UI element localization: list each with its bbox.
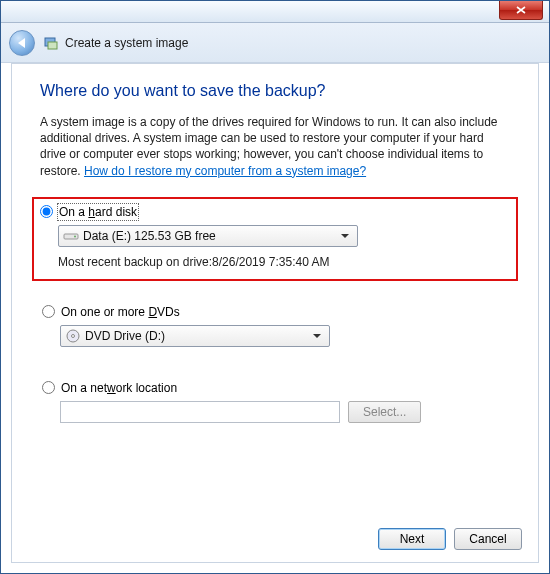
option-network-group: On a network location Select... bbox=[40, 379, 510, 429]
radio-dvd[interactable] bbox=[42, 305, 55, 318]
recent-backup-text: Most recent backup on drive:8/26/2019 7:… bbox=[58, 255, 506, 269]
content-panel: Where do you want to save the backup? A … bbox=[11, 63, 539, 563]
radio-row-hard-disk[interactable]: On a hard disk bbox=[40, 205, 506, 219]
chevron-down-icon bbox=[313, 334, 321, 338]
svg-point-5 bbox=[72, 334, 75, 337]
radio-label-dvd: On one or more DVDs bbox=[61, 305, 180, 319]
network-select-button[interactable]: Select... bbox=[348, 401, 421, 423]
back-button[interactable] bbox=[9, 30, 35, 56]
option-hard-disk-group: On a hard disk Data (E:) 125.53 GB free … bbox=[32, 197, 518, 281]
network-input-row: Select... bbox=[60, 401, 504, 423]
dvd-selected: DVD Drive (D:) bbox=[85, 329, 309, 343]
radio-row-network[interactable]: On a network location bbox=[42, 381, 504, 395]
radio-row-dvd[interactable]: On one or more DVDs bbox=[42, 305, 504, 319]
header-bar: Create a system image bbox=[1, 23, 549, 63]
page-heading: Where do you want to save the backup? bbox=[40, 82, 510, 100]
network-path-input[interactable] bbox=[60, 401, 340, 423]
window-title: Create a system image bbox=[65, 36, 188, 50]
description-text: A system image is a copy of the drives r… bbox=[40, 114, 510, 179]
close-button[interactable] bbox=[499, 1, 543, 20]
drive-icon bbox=[63, 228, 79, 244]
titlebar bbox=[1, 1, 549, 23]
svg-rect-1 bbox=[48, 42, 57, 49]
next-button[interactable]: Next bbox=[378, 528, 446, 550]
radio-network[interactable] bbox=[42, 381, 55, 394]
dialog-window: Create a system image Where do you want … bbox=[0, 0, 550, 574]
option-dvd-group: On one or more DVDs DVD Drive (D:) bbox=[40, 303, 510, 353]
back-arrow-icon bbox=[18, 38, 25, 48]
help-link[interactable]: How do I restore my computer from a syst… bbox=[84, 164, 366, 178]
radio-label-network: On a network location bbox=[61, 381, 177, 395]
radio-hard-disk[interactable] bbox=[40, 205, 53, 218]
chevron-down-icon bbox=[341, 234, 349, 238]
disc-icon bbox=[65, 328, 81, 344]
close-icon bbox=[516, 6, 526, 14]
dvd-dropdown[interactable]: DVD Drive (D:) bbox=[60, 325, 330, 347]
hard-disk-dropdown[interactable]: Data (E:) 125.53 GB free bbox=[58, 225, 358, 247]
radio-label-hard-disk: On a hard disk bbox=[59, 205, 137, 219]
svg-point-3 bbox=[74, 235, 76, 237]
cancel-button[interactable]: Cancel bbox=[454, 528, 522, 550]
hard-disk-selected: Data (E:) 125.53 GB free bbox=[83, 229, 337, 243]
app-icon bbox=[43, 35, 59, 51]
footer-buttons: Next Cancel bbox=[378, 528, 522, 550]
